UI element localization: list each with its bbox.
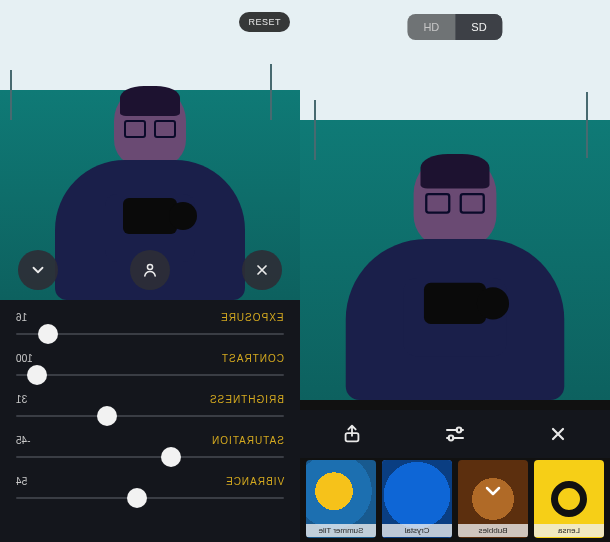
photo-preview-left: RESET: [0, 0, 300, 300]
slider-track[interactable]: [16, 405, 284, 427]
slider-thumb[interactable]: [97, 406, 117, 426]
slider-value: 16: [16, 312, 27, 323]
quality-hd[interactable]: HD: [407, 14, 455, 40]
filter-label: Lensa: [534, 524, 604, 537]
photo-preview-right: [300, 0, 610, 400]
slider-saturation: -45SATURATION: [16, 435, 284, 468]
filter-carousel[interactable]: Summer TileCrystalBubblesLensa: [306, 460, 604, 538]
filter-lensa[interactable]: Lensa: [534, 460, 604, 538]
slider-label: CONTRAST: [221, 353, 284, 364]
slider-thumb[interactable]: [38, 324, 58, 344]
slider-label: SATURATION: [211, 435, 284, 446]
quality-sd[interactable]: SD: [455, 14, 502, 40]
filter-label: Bubbles: [458, 524, 528, 537]
slider-thumb[interactable]: [127, 488, 147, 508]
slider-contrast: 100CONTRAST: [16, 353, 284, 386]
slider-thumb[interactable]: [161, 447, 181, 467]
filter-select-pane: HD SD Summer TileCrystalBubblesLensa: [300, 0, 610, 542]
slider-track[interactable]: [16, 487, 284, 509]
filter-bubbles[interactable]: Bubbles: [458, 460, 528, 538]
slider-label: EXPOSURE: [220, 312, 284, 323]
slider-value: 54: [16, 476, 27, 487]
share-button[interactable]: [337, 419, 367, 449]
edit-adjust-pane: RESET: [0, 0, 300, 542]
svg-point-2: [457, 428, 462, 433]
slider-track[interactable]: [16, 446, 284, 468]
slider-label: BRIGHTNESS: [209, 394, 284, 405]
slider-brightness: 31BRIGHTNESS: [16, 394, 284, 427]
expand-button[interactable]: [18, 250, 58, 290]
close-button[interactable]: [543, 419, 573, 449]
svg-point-0: [147, 264, 152, 269]
share-icon: [341, 423, 363, 445]
filter-label: Summer Tile: [306, 524, 376, 537]
chevron-down-icon: [481, 479, 505, 503]
close-adjust-button[interactable]: [242, 250, 282, 290]
adjust-button[interactable]: [440, 419, 470, 449]
slider-exposure: 16EXPOSURE: [16, 312, 284, 345]
person-icon: [141, 261, 159, 279]
slider-thumb[interactable]: [27, 365, 47, 385]
slider-track[interactable]: [16, 364, 284, 386]
filter-label: Crystal: [382, 524, 452, 537]
reset-button[interactable]: RESET: [239, 12, 290, 32]
slider-value: 100: [16, 353, 33, 364]
filter-summer-tile[interactable]: Summer Tile: [306, 460, 376, 538]
slider-value: -45: [16, 435, 30, 446]
slider-track[interactable]: [16, 323, 284, 345]
slider-label: VIBRANCE: [225, 476, 284, 487]
svg-point-3: [449, 436, 454, 441]
adjust-sliders-panel: 16EXPOSURE100CONTRAST31BRIGHTNESS-45SATU…: [0, 300, 300, 542]
chevron-down-icon: [29, 261, 47, 279]
sliders-icon: [443, 422, 467, 446]
close-icon: [254, 262, 270, 278]
filter-crystal[interactable]: Crystal: [382, 460, 452, 538]
subject-mask-button[interactable]: [130, 250, 170, 290]
slider-value: 31: [16, 394, 27, 405]
slider-vibrance: 54VIBRANCE: [16, 476, 284, 509]
action-row: [300, 410, 610, 458]
quality-toggle: HD SD: [407, 14, 502, 40]
close-icon: [548, 424, 568, 444]
